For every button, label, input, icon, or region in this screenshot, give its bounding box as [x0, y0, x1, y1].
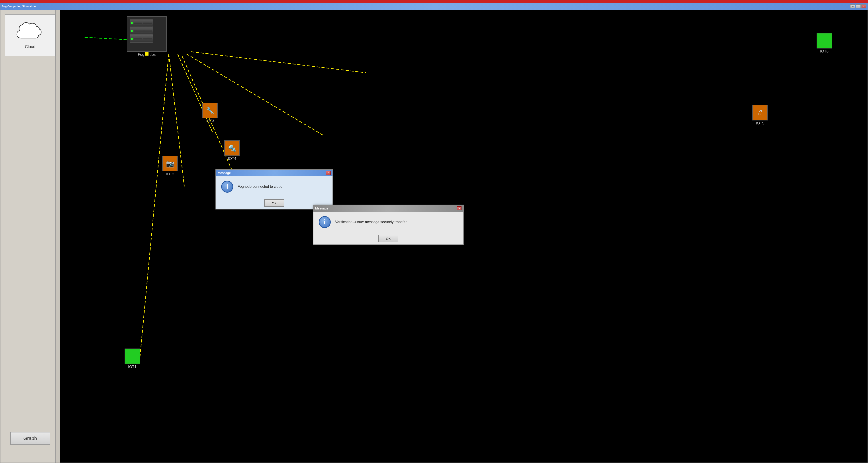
iot5-node[interactable]: 🖨 IOT5 [752, 105, 768, 126]
dialog2-close-button[interactable]: ✕ [457, 206, 462, 210]
iot5-label: IOT5 [756, 121, 764, 126]
iot6-label: IOT6 [820, 49, 829, 54]
dialog2-ok-button[interactable]: OK [378, 235, 398, 242]
main-window: Fog Computing Simulation ─ □ ✕ Cloud Gra… [0, 3, 868, 463]
server-slot-5 [143, 38, 152, 39]
iot5-box: 🖨 [752, 105, 768, 121]
dialog1-close-button[interactable]: ✕ [326, 171, 331, 175]
window-title-bar: Fog Computing Simulation ─ □ ✕ [0, 3, 868, 10]
red-accent-bar [0, 0, 868, 3]
iot2-node[interactable]: 📷 IOT2 [162, 156, 178, 176]
fog-indicator [145, 52, 149, 56]
iot6-box [816, 33, 832, 48]
iot1-label: IOT1 [128, 365, 136, 369]
iot2-box: 📷 [162, 156, 178, 171]
server-led-3 [131, 38, 133, 40]
iot5-icon: 🖨 [757, 109, 764, 117]
fog-node-box [127, 16, 167, 52]
left-panel: Cloud Graph [0, 10, 60, 463]
iot3-box: 🔧 [202, 103, 218, 118]
dialog1-title-text: Message [218, 171, 231, 175]
graph-button[interactable]: Graph [10, 432, 50, 445]
dialog2-title-bar: Message ✕ [313, 205, 463, 212]
svg-line-1 [140, 54, 169, 357]
iot3-icon: 🔧 [206, 107, 214, 114]
window-title-text: Fog Computing Simulation [2, 5, 36, 8]
iot4-node[interactable]: 🔩 IOT4 [224, 140, 240, 161]
window-title-buttons: ─ □ ✕ [850, 4, 866, 8]
iot4-label: IOT4 [228, 157, 236, 161]
svg-line-6 [191, 52, 366, 73]
dialog2-footer: OK [313, 232, 463, 244]
server-led [131, 22, 133, 24]
dialog1-body: i Fognode connected to cloud [216, 176, 333, 197]
dialog1-message: Fognode connected to cloud [238, 185, 327, 189]
server-unit-3 [130, 35, 153, 42]
iot2-icon: 📷 [166, 160, 174, 168]
server-unit-1 [130, 20, 153, 27]
server-slot-4 [134, 38, 142, 39]
svg-line-5 [186, 54, 323, 136]
iot4-box: 🔩 [224, 140, 240, 156]
iot2-label: IOT2 [166, 172, 174, 176]
close-button[interactable]: ✕ [861, 4, 866, 8]
iot4-icon: 🔩 [228, 144, 236, 152]
dialog-verification: Message ✕ i Verification-->true: message… [313, 205, 464, 245]
dialog-fognode: Message ✕ i Fognode connected to cloud O… [215, 169, 333, 209]
cloud-label: Cloud [25, 44, 35, 49]
cloud-icon [14, 22, 46, 44]
iot6-node[interactable]: IOT6 [816, 33, 832, 54]
dialog1-title-bar: Message ✕ [216, 170, 333, 176]
server-led-2 [131, 30, 133, 32]
maximize-button[interactable]: □ [856, 4, 861, 8]
fog-nodes[interactable]: Fog nodes [127, 16, 167, 57]
minimize-button[interactable]: ─ [850, 4, 855, 8]
dialog2-message: Verification-->true: message securely tr… [335, 220, 458, 224]
dialog1-ok-button[interactable]: OK [264, 199, 284, 207]
server-icon [128, 18, 155, 44]
graph-canvas: Fog nodes IOT6 🖨 IOT5 🔧 IOT3 [60, 10, 868, 463]
server-slot [134, 23, 142, 24]
iot1-node[interactable]: IOT1 [125, 349, 140, 369]
dialog1-info-icon: i [221, 181, 233, 193]
server-slot-3 [134, 31, 152, 31]
server-unit-2 [130, 28, 153, 35]
iot3-node[interactable]: 🔧 IOT3 [202, 103, 218, 123]
left-panel-scrollbar[interactable] [55, 10, 60, 463]
content-area: Cloud Graph [0, 10, 868, 463]
dialog2-info-icon: i [319, 216, 331, 228]
iot3-label: IOT3 [206, 119, 214, 123]
dialog2-title-text: Message [315, 207, 328, 210]
server-slot-2 [143, 23, 152, 24]
network-lines [60, 10, 868, 463]
iot1-box [125, 349, 140, 364]
cloud-node[interactable]: Cloud [5, 14, 56, 56]
dialog2-body: i Verification-->true: message securely … [313, 212, 463, 232]
